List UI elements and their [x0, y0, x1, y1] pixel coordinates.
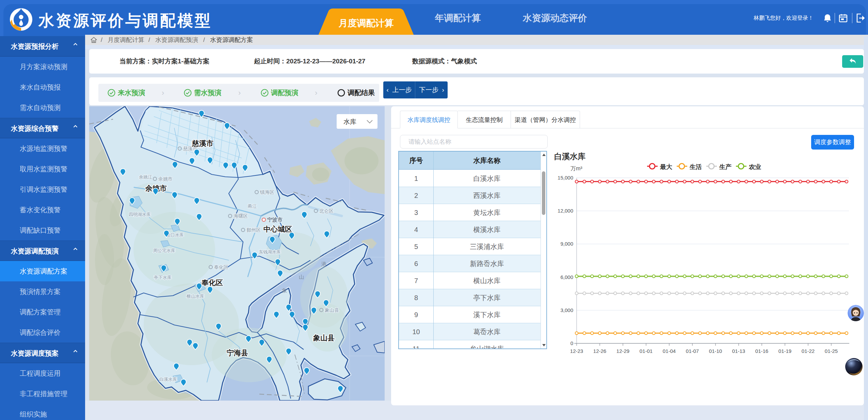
svg-text:镇海区: 镇海区 [260, 189, 274, 195]
svg-text:白溪水库: 白溪水库 [159, 377, 177, 382]
svg-text:亭下水库: 亭下水库 [154, 275, 172, 280]
svg-text:东钱湖水库: 东钱湖水库 [259, 249, 281, 254]
svg-text:12-23: 12-23 [570, 348, 583, 354]
svg-text:北仑区: 北仑区 [319, 208, 334, 214]
svg-text:3,000: 3,000 [560, 307, 573, 313]
svg-text:余姚江: 余姚江 [139, 174, 152, 180]
svg-text:12-29: 12-29 [616, 348, 629, 354]
svg-text:港: 港 [321, 261, 326, 267]
svg-text:01-01: 01-01 [640, 348, 653, 354]
svg-text:象: 象 [282, 287, 287, 293]
svg-text:横山水库: 横山水库 [186, 294, 204, 299]
svg-text:生产: 生产 [719, 164, 732, 170]
svg-text:象山县: 象山县 [325, 307, 339, 313]
svg-text:01-07: 01-07 [686, 348, 699, 354]
svg-text:12-26: 12-26 [593, 348, 606, 354]
svg-text:万m³: 万m³ [570, 166, 582, 171]
svg-text:01-10: 01-10 [709, 348, 722, 354]
svg-text:01-25: 01-25 [825, 348, 838, 354]
svg-text:宁海县: 宁海县 [227, 349, 248, 357]
svg-text:奉化区: 奉化区 [201, 279, 223, 286]
svg-text:01-13: 01-13 [732, 348, 745, 354]
svg-text:中心城区: 中心城区 [263, 225, 292, 233]
svg-text:余姚市: 余姚市 [158, 176, 173, 182]
svg-text:9,000: 9,000 [560, 241, 573, 247]
svg-text:海曙区: 海曙区 [234, 213, 248, 219]
svg-text:宁波市: 宁波市 [267, 217, 283, 222]
svg-text:农业: 农业 [749, 164, 761, 170]
svg-text:15,000: 15,000 [558, 175, 573, 181]
svg-text:01-19: 01-19 [778, 348, 791, 354]
svg-text:白溪水库: 白溪水库 [554, 152, 585, 161]
svg-text:四明湖水库: 四明湖水库 [129, 212, 151, 217]
svg-text:鄞州区: 鄞州区 [246, 227, 261, 233]
svg-text:6,000: 6,000 [560, 274, 573, 280]
svg-text:0: 0 [570, 340, 573, 346]
svg-text:奉化区: 奉化区 [214, 264, 228, 270]
svg-text:01-22: 01-22 [802, 348, 815, 354]
svg-text:象山县: 象山县 [313, 334, 335, 342]
svg-text:慈溪市: 慈溪市 [192, 139, 213, 147]
svg-text:山: 山 [299, 274, 304, 280]
svg-text:甬江: 甬江 [248, 204, 257, 209]
svg-text:周公宅水库: 周公宅水库 [153, 248, 175, 253]
svg-text:生活: 生活 [689, 164, 702, 170]
svg-text:01-16: 01-16 [755, 348, 768, 354]
svg-text:01-04: 01-04 [663, 348, 676, 354]
svg-text:12,000: 12,000 [558, 208, 573, 214]
svg-text:最大: 最大 [660, 164, 672, 170]
svg-text:水库: 水库 [343, 118, 356, 125]
